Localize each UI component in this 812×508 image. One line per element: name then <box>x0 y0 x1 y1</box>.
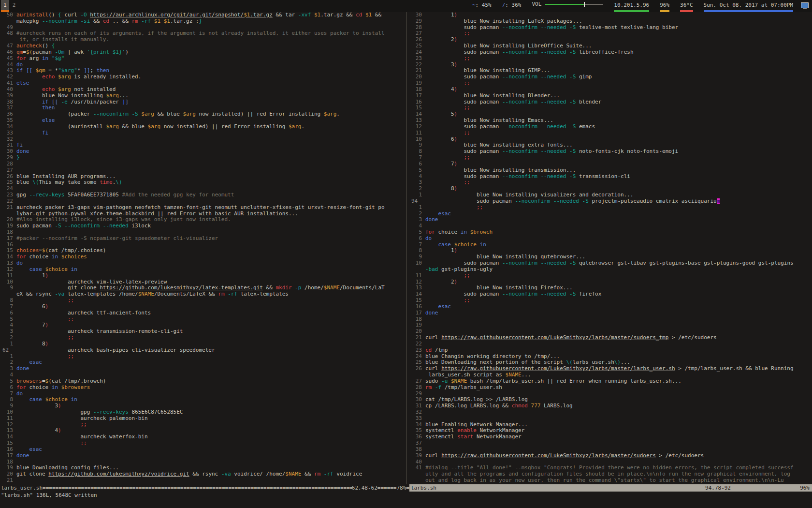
code-text[interactable]: if [[ -e /usr/bin/packer ]] <box>16 99 129 105</box>
code-row[interactable]: 18 4) <box>411 87 812 93</box>
code-text[interactable]: ;; <box>16 316 74 322</box>
code-row[interactable]: 50aurinstall() { curl -O https://aur.arc… <box>2 12 406 18</box>
code-text[interactable]: sudo pacman --noconfirm --needed -S libr… <box>425 49 634 55</box>
code-row[interactable]: 6do <box>411 236 812 242</box>
code-text[interactable]: blue Now installing extra fonts... <box>425 142 573 148</box>
code-row[interactable]: 4 <box>2 372 406 378</box>
code-row[interactable]: 4 7) <box>2 322 406 329</box>
code-text[interactable]: case $choice in <box>16 397 77 403</box>
code-row[interactable]: 44do <box>2 62 406 68</box>
systray-display-icon[interactable] <box>801 0 809 12</box>
code-text[interactable]: ;; <box>425 155 470 161</box>
code-row[interactable]: out and log back in as your new user, th… <box>411 478 812 484</box>
code-row[interactable]: 30cat /tmp/LARBS.log >> /LARBS.log <box>411 397 812 403</box>
code-text[interactable]: fi <box>16 142 23 148</box>
code-row[interactable]: 94 sudo pacman --noconfirm --needed -S p… <box>411 198 812 205</box>
code-row[interactable]: 20#Also installing i3lock, since i3-gaps… <box>2 217 406 223</box>
code-text[interactable]: esac <box>16 359 42 365</box>
code-row[interactable]: eX && rsync -va latex-templates /home/$N… <box>2 291 406 298</box>
code-text[interactable]: ;; <box>16 422 87 428</box>
code-row[interactable]: 17 blue Now installing Blender... <box>411 93 812 99</box>
code-row[interactable]: 29} <box>2 155 406 161</box>
code-text[interactable]: #aurcheck runs on each of its arguments,… <box>16 30 385 36</box>
code-row[interactable]: 23gpg --recv-keys 5FAF0A6EE7371805 #Add … <box>2 192 406 198</box>
code-text[interactable]: git clone https://github.com/lukesmithxy… <box>16 285 385 291</box>
code-row[interactable]: 30done <box>2 149 406 155</box>
code-row[interactable]: 19sudo pacman -S --noconfirm --needed i3… <box>2 223 406 229</box>
code-text[interactable]: case $choice in <box>16 267 77 272</box>
code-row[interactable]: 1 ;; <box>2 354 406 360</box>
code-text[interactable]: blue Enabling Network Manager... <box>425 422 528 428</box>
code-row[interactable]: 6for choice in $browsers <box>2 385 406 391</box>
code-row[interactable]: 29 <box>411 391 812 397</box>
code-text[interactable]: #dialog --title "All done!" --msgbox "Co… <box>425 465 794 471</box>
workspace-tag-1[interactable]: 1 <box>1 0 9 12</box>
code-text[interactable]: #packer --noconfirm -S ncpamixer-git spe… <box>16 236 218 241</box>
code-text[interactable]: else <box>16 80 29 86</box>
code-text[interactable]: aurinstall() { curl -O https://aur.archl… <box>16 12 381 18</box>
code-row[interactable]: 1 blue Now installing visualizers and de… <box>411 192 812 198</box>
code-row[interactable]: 17done <box>411 310 812 316</box>
code-text[interactable]: for choice in $browch <box>425 229 493 235</box>
code-row[interactable]: 40 echo $arg not installed <box>2 87 406 93</box>
code-text[interactable]: sudo pacman --noconfirm --needed -S fire… <box>425 291 601 297</box>
code-row[interactable]: 10 sudo pacman --noconfirm --needed -S q… <box>411 260 812 267</box>
code-text[interactable]: ;; <box>425 56 470 61</box>
code-text[interactable]: 4) <box>425 87 457 92</box>
code-text[interactable]: esac <box>425 211 451 217</box>
code-text[interactable]: gpg --recv-keys 865E6C87C65285EC <box>16 409 183 415</box>
code-text[interactable]: blue Downloading config files... <box>16 465 119 471</box>
code-row[interactable]: 29 blue Now installing LaTeX packages... <box>411 18 812 25</box>
code-text[interactable]: lybar-git python-pywal xfce-theme-blackb… <box>16 211 298 217</box>
code-row[interactable]: 5browsers=$(cat /tmp/.browch) <box>2 378 406 385</box>
code-text[interactable]: 5) <box>425 111 457 117</box>
code-row[interactable]: 27 <box>2 167 406 174</box>
code-row[interactable]: 35 else <box>2 118 406 124</box>
code-text[interactable]: ;; <box>16 440 87 446</box>
code-row[interactable]: 10 aurcheck vim-live-latex-preview <box>2 279 406 285</box>
code-text[interactable]: ;; <box>16 335 74 341</box>
code-text[interactable]: browsers=$(cat /tmp/.browch) <box>16 378 106 384</box>
code-text[interactable]: blue Now installing transmission... <box>425 167 576 173</box>
code-text[interactable]: done <box>16 366 29 372</box>
code-row[interactable]: 16 sudo pacman --noconfirm --needed -S b… <box>411 99 812 105</box>
code-row[interactable]: 27 ;; <box>411 30 812 37</box>
code-row[interactable]: 42 echo $arg is already installed. <box>2 74 406 80</box>
code-row[interactable]: 41#dialog --title "All done!" --msgbox "… <box>411 465 812 471</box>
code-text[interactable]: if [[ $qm = *"$arg"* ]]; then <box>16 68 109 74</box>
code-row[interactable]: 2 8) <box>411 186 812 192</box>
code-text[interactable]: 1) <box>425 248 457 254</box>
code-text[interactable]: ully and all the programs and configurat… <box>425 471 790 477</box>
code-row[interactable]: 10 gpg --recv-keys 865E6C87C65285EC <box>2 409 406 416</box>
code-row[interactable]: 24 sudo pacman --noconfirm --needed -S l… <box>411 49 812 56</box>
code-row[interactable]: 18 <box>411 316 812 323</box>
code-text[interactable]: aurcheck packer i3-gaps vim-pathogen neo… <box>16 205 385 210</box>
code-row[interactable]: 13 4) <box>2 428 406 434</box>
code-text[interactable]: 2) <box>425 279 457 285</box>
vim-left-window-larbs-user-sh[interactable]: 50aurinstall() { curl -O https://aur.arc… <box>0 12 406 484</box>
code-row[interactable]: 48#aurcheck runs on each of its argument… <box>2 30 406 37</box>
code-row[interactable]: 19blue Downloading config files... <box>2 465 406 471</box>
code-text[interactable]: blue Now installing LaTeX packages... <box>425 18 582 24</box>
code-row[interactable]: 24blue Changin working directory to /tmp… <box>411 354 812 360</box>
code-row[interactable]: 37 <box>411 440 812 447</box>
code-text[interactable]: echo $arg is already installed. <box>16 74 141 80</box>
code-row[interactable]: 12 case $choice in <box>2 267 406 273</box>
code-row[interactable]: 3 aurcheck transmission-remote-cli-git <box>2 329 406 335</box>
code-row[interactable]: 9 3) <box>2 403 406 409</box>
code-row[interactable]: 47aurcheck() { <box>2 43 406 49</box>
code-text[interactable]: for choice in $browsers <box>16 385 90 390</box>
code-text[interactable]: ;; <box>425 80 470 86</box>
code-text[interactable]: 1) <box>425 12 457 18</box>
code-row[interactable]: 4 <box>411 223 812 229</box>
code-text[interactable]: ;; <box>425 205 483 210</box>
code-text[interactable]: it, or installs it manually. <box>16 37 109 43</box>
code-text[interactable]: sudo pacman --noconfirm --needed -S emac… <box>425 124 595 130</box>
code-text[interactable]: larbs_user.sh script as $NAME... <box>425 372 531 378</box>
code-text[interactable]: for arg in "$@" <box>16 56 64 61</box>
code-text[interactable]: makepkg --noconfirm -si && cd .. && rm -… <box>16 18 202 24</box>
code-text[interactable]: for choice in $choices <box>16 254 87 260</box>
code-row[interactable]: 14 sudo pacman --noconfirm --needed -S f… <box>411 291 812 298</box>
code-row[interactable]: 14 aurcheck waterfox-bin <box>2 434 406 440</box>
code-row[interactable]: 7 case $choice in <box>411 242 812 248</box>
